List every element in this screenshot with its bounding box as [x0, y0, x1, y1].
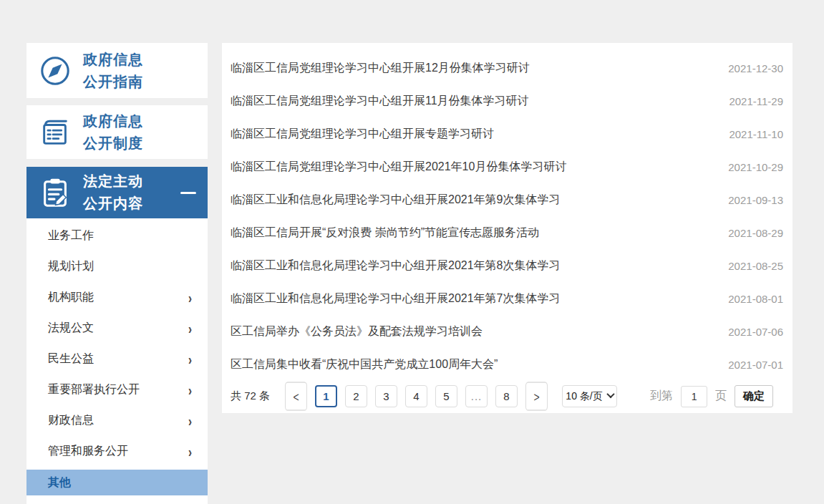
article-link[interactable]: 临淄区工业和信息化局理论学习中心组开展2021年第9次集体学习	[231, 193, 561, 208]
article-link[interactable]: 临淄区工业和信息化局理论学习中心组开展2021年第8次集体学习	[231, 258, 561, 273]
article-link[interactable]: 临淄区工信局党组理论学习中心组开展12月份集体学习研讨	[231, 61, 530, 76]
pagination: 共 72 条 < 1 2 3 4 5 ... 8 > 10 条/页 到第 页 确…	[222, 385, 793, 407]
sidebar-submenu: 业务工作 规划计划 机构职能 › 法规公文 › 民生公益 › 重要部署执行公开 …	[26, 218, 208, 504]
list-item: 临淄区工业和信息化局理论学习中心组开展2021年第8次集体学习 2021-08-…	[222, 249, 793, 282]
menu-item-label: 机构职能	[48, 290, 94, 305]
sidebar-item-gov-info-guide[interactable]: 政府信息 公开指南	[26, 43, 208, 98]
sidebar-item-business-work[interactable]: 业务工作	[26, 220, 208, 251]
article-date: 2021-10-29	[728, 161, 783, 173]
article-date: 2021-07-01	[728, 359, 783, 371]
sidebar-item-label: 政府信息 公开指南	[83, 49, 143, 93]
article-date: 2021-11-29	[729, 95, 783, 107]
sidebar-item-planning[interactable]: 规划计划	[26, 251, 208, 282]
goto-page-input[interactable]	[681, 386, 707, 407]
article-list-panel: 临淄区工信局党组理论学习中心组开展12月份集体学习研讨 2021-12-30 临…	[222, 43, 793, 413]
page-button-8[interactable]: 8	[495, 385, 518, 407]
chevron-right-icon: ›	[188, 289, 192, 306]
article-date: 2021-11-10	[729, 128, 783, 140]
list-item: 临淄区工业和信息化局理论学习中心组开展2021年第9次集体学习 2021-09-…	[222, 183, 793, 216]
article-link[interactable]: 临淄区工信局党组理论学习中心组开展专题学习研讨	[231, 127, 494, 142]
chevron-right-icon: ›	[188, 320, 192, 337]
chevron-right-icon: ›	[188, 351, 192, 368]
article-link[interactable]: 区工信局举办《公务员法》及配套法规学习培训会	[231, 324, 483, 339]
menu-item-label: 规划计划	[48, 259, 94, 274]
list-item: 区工信局集中收看“庆祝中国共产党成立100周年大会” 2021-07-01	[222, 348, 793, 381]
sidebar-item-livelihood[interactable]: 民生公益 ›	[26, 344, 208, 374]
sidebar-item-regulations[interactable]: 法规公文 ›	[26, 313, 208, 344]
page-size-label: 10 条/页	[566, 390, 602, 403]
chevron-right-icon: ›	[188, 412, 192, 430]
ledger-icon	[39, 116, 72, 149]
page-button-5[interactable]: 5	[435, 385, 457, 407]
list-item: 临淄区工信局党组理论学习中心组开展11月份集体学习研讨 2021-11-29	[222, 84, 793, 117]
compass-icon	[39, 54, 72, 87]
sidebar-item-key-deployments[interactable]: 重要部署执行公开 ›	[26, 374, 208, 405]
list-item: 临淄区工信局党组理论学习中心组开展专题学习研讨 2021-11-10	[222, 117, 793, 150]
goto-suffix-label: 页	[715, 389, 727, 404]
clipboard-pencil-icon	[39, 176, 72, 209]
goto-prefix-label: 到第	[650, 389, 673, 404]
article-link[interactable]: 区工信局集中收看“庆祝中国共产党成立100周年大会”	[231, 357, 498, 372]
page-ellipsis-button[interactable]: ...	[465, 385, 488, 407]
list-item: 临淄区工信局党组理论学习中心组开展2021年10月份集体学习研讨 2021-10…	[222, 150, 793, 183]
article-date: 2021-08-01	[728, 293, 783, 305]
menu-item-label: 管理和服务公开	[48, 444, 128, 459]
page-size-select[interactable]: 10 条/页	[562, 385, 617, 407]
page-button-2[interactable]: 2	[345, 385, 367, 407]
sidebar-item-label: 政府信息 公开制度	[83, 110, 143, 155]
sidebar-item-management-services[interactable]: 管理和服务公开 ›	[26, 436, 208, 467]
menu-item-label: 其他	[48, 475, 71, 490]
article-date: 2021-09-13	[728, 194, 783, 206]
sidebar-item-gov-info-system[interactable]: 政府信息 公开制度	[26, 105, 208, 159]
article-link[interactable]: 临淄区工信局党组理论学习中心组开展11月份集体学习研讨	[231, 94, 529, 109]
article-date: 2021-12-30	[728, 62, 783, 74]
list-item: 临淄区工业和信息化局理论学习中心组开展2021年第7次集体学习 2021-08-…	[222, 282, 793, 315]
sidebar-item-org-functions[interactable]: 机构职能 ›	[26, 282, 208, 313]
menu-item-label: 业务工作	[48, 228, 94, 243]
list-item: 区工信局举办《公务员法》及配套法规学习培训会 2021-07-06	[222, 315, 793, 348]
sidebar-item-fiscal-info[interactable]: 财政信息 ›	[26, 405, 208, 436]
sidebar-item-label: 法定主动 公开内容	[83, 170, 143, 215]
total-count-label: 共 72 条	[231, 389, 270, 403]
list-item: 临淄区工信局党组理论学习中心组开展12月份集体学习研讨 2021-12-30	[222, 52, 793, 84]
page-button-4[interactable]: 4	[405, 385, 427, 407]
page-button-1[interactable]: 1	[315, 385, 337, 407]
menu-item-label: 重要部署执行公开	[48, 382, 140, 397]
sidebar-item-other[interactable]: 其他	[26, 470, 208, 495]
article-date: 2021-08-29	[728, 227, 783, 239]
menu-item-label: 民生公益	[48, 352, 94, 367]
sidebar: 政府信息 公开指南 政府信息 公开制度	[26, 43, 208, 504]
menu-item-label: 财政信息	[48, 413, 94, 428]
list-item: 临淄区工信局开展“反对浪费 崇尚节约”节能宣传志愿服务活动 2021-08-29	[222, 216, 793, 249]
article-link[interactable]: 临淄区工业和信息化局理论学习中心组开展2021年第7次集体学习	[231, 291, 561, 306]
prev-page-button[interactable]: <	[285, 382, 307, 410]
goto-page-group: 到第 页 确定	[650, 385, 773, 407]
next-page-button[interactable]: >	[525, 382, 548, 410]
sidebar-item-statutory-disclosure[interactable]: 法定主动 公开内容	[26, 167, 208, 218]
menu-item-label: 法规公文	[48, 321, 94, 336]
chevron-right-icon: ›	[188, 443, 192, 460]
page-button-3[interactable]: 3	[375, 385, 397, 407]
article-date: 2021-07-06	[728, 326, 783, 338]
article-link[interactable]: 临淄区工信局开展“反对浪费 崇尚节约”节能宣传志愿服务活动	[231, 226, 539, 241]
chevron-down-icon	[606, 390, 614, 398]
collapse-minus-icon[interactable]	[180, 192, 196, 194]
article-link[interactable]: 临淄区工信局党组理论学习中心组开展2021年10月份集体学习研讨	[231, 160, 566, 175]
chevron-right-icon: ›	[188, 382, 192, 399]
article-date: 2021-08-25	[728, 260, 783, 272]
confirm-button[interactable]: 确定	[735, 385, 773, 407]
